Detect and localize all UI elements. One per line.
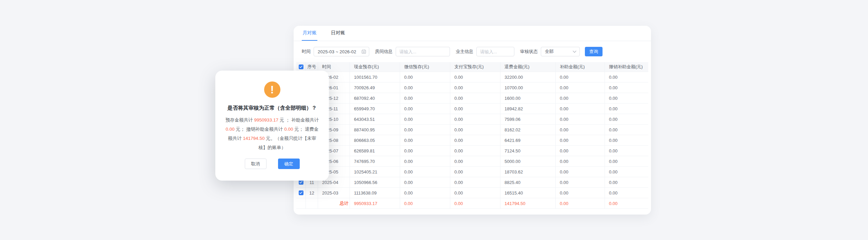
header-wechat: 微信预存(元) [400,62,450,72]
cell-subsidy: 0.00 [556,167,605,177]
cancel-button[interactable]: 取消 [245,159,267,169]
table-row: 11 2025-04 1050966.56 0.00 0.00 8825.40 … [296,177,648,188]
tab-daily-label: 日对账 [331,30,345,36]
table-row: 9 2025-06 747695.70 0.00 0.00 5000.00 0.… [296,156,648,167]
cell-subsidy: 0.00 [556,177,605,187]
tab-monthly-reconciliation[interactable]: 月对账 [302,26,317,41]
page-background: { "colors": { "primary": "#3d8bf7", "dan… [0,0,868,240]
tab-daily-reconciliation[interactable]: 日对账 [330,26,346,41]
total-cash: 9950933.17 [350,198,400,208]
row-checkbox[interactable] [299,180,303,185]
cell-cancel-subsidy: 0.00 [605,125,648,135]
cell-cash: 806663.05 [350,135,400,145]
confirm-button[interactable]: 确定 [278,159,300,169]
header-subsidy: 补助金额(元) [556,62,605,72]
dialog-amount-value: 9950933.17 [254,117,278,123]
cell-wechat: 0.00 [400,82,450,93]
cell-subsidy: 0.00 [556,135,605,145]
cell-subsidy: 0.00 [556,114,605,124]
owner-info-label: 业主信息 [456,49,473,55]
cell-alipay: 0.00 [450,167,500,177]
total-refund: 141794.50 [500,198,556,208]
cell-refund: 5000.00 [500,156,556,166]
tab-bar: 月对账 日对账 [294,26,651,41]
cell-wechat: 0.00 [400,146,450,156]
cell-cancel-subsidy: 0.00 [605,104,648,114]
audit-status-value: 全部 [545,49,554,55]
cell-wechat: 0.00 [400,104,450,114]
cell-cancel-subsidy: 0.00 [605,135,648,145]
cell-wechat: 0.00 [400,93,450,103]
tab-monthly-label: 月对账 [302,30,317,36]
row-checkbox[interactable] [299,190,303,195]
cell-wechat: 0.00 [400,156,450,166]
cell-cash: 659949.70 [350,104,400,114]
cell-cancel-subsidy: 0.00 [605,188,648,198]
total-label: 总计 [318,198,350,208]
cell-time: 2025-03 [318,188,350,198]
exclamation-warning-icon: ! [264,81,280,98]
header-refund: 退费金额(元) [500,62,556,72]
dialog-buttons: 取消 确定 [245,159,300,169]
dialog-message: 预存金额共计 9950933.17 元 ； 补助金额共计 0.00 元； 撤销补… [215,115,329,152]
cell-cancel-subsidy: 0.00 [605,167,648,177]
dialog-amount-value: 0.00 [226,127,235,132]
cell-wechat: 0.00 [400,167,450,177]
cell-refund: 6421.69 [500,135,556,145]
time-filter-label: 时间 [302,49,311,55]
cell-subsidy: 0.00 [556,93,605,103]
audit-status-select[interactable]: 全部 [541,47,580,56]
cell-cancel-subsidy: 0.00 [605,146,648,156]
cell-refund: 18942.82 [500,104,556,114]
date-range-picker[interactable]: 2025-03 ~ 2026-02 [314,47,369,56]
check-icon [299,191,302,194]
dialog-message-text: 元 ； 补助金额共计 [278,117,319,123]
cell-cash: 1025405.21 [350,167,400,177]
cell-cash: 626589.81 [350,146,400,156]
confirm-audit-dialog: ! 是否将其审核为正常（含全部明细）？ 预存金额共计 9950933.17 元 … [215,71,329,181]
cell-cash: 643043.51 [350,114,400,124]
dialog-amount-value: 141794.50 [243,136,265,141]
audit-status-label: 审核状态 [520,49,538,55]
cell-alipay: 0.00 [450,146,500,156]
cell-refund: 7599.06 [500,114,556,124]
cell-cash: 747695.70 [350,156,400,166]
cell-alipay: 0.00 [450,82,500,93]
cell-cancel-subsidy: 0.00 [605,156,648,166]
cell-subsidy: 0.00 [556,72,605,82]
cell-alipay: 0.00 [450,177,500,187]
room-info-input[interactable] [396,47,450,56]
table-row: 4 2025-11 659949.70 0.00 0.00 18942.82 0… [296,104,648,114]
owner-info-input[interactable] [476,47,514,56]
cell-refund: 32200.00 [500,72,556,82]
select-all-checkbox[interactable] [299,64,303,69]
search-button[interactable]: 查询 [585,47,603,56]
cell-refund: 18703.62 [500,167,556,177]
reconciliation-panel: 月对账 日对账 时间 2025-03 ~ 2026-02 房间信息 业主信息 审… [294,26,651,215]
cell-cash: 1001561.70 [350,72,400,82]
date-range-value: 2025-03 ~ 2026-02 [318,49,356,54]
table-header-row: 序号 时间 现金预存(元) 微信预存(元) 支付宝预存(元) 退费金额(元) 补… [296,62,648,72]
cell-refund: 7124.50 [500,146,556,156]
cell-refund: 16515.40 [500,188,556,198]
cell-alipay: 0.00 [450,104,500,114]
total-alipay: 0.00 [450,198,500,208]
dialog-amount-value: 0.00 [284,127,293,132]
total-wechat: 0.00 [400,198,450,208]
table-row: 3 2025-12 687092.40 0.00 0.00 1600.00 0.… [296,93,648,104]
cell-cancel-subsidy: 0.00 [605,177,648,187]
chevron-down-icon [573,51,576,53]
dialog-message-text: 元； 撤销补助金额共计 [235,127,284,132]
header-cash: 现金预存(元) [350,62,400,72]
header-time: 时间 [318,62,350,72]
table-total-row: 总计 9950933.17 0.00 0.00 141794.50 0.00 0… [296,198,648,209]
cell-cash: 1050966.56 [350,177,400,187]
cell-subsidy: 0.00 [556,104,605,114]
header-alipay: 支付宝预存(元) [450,62,500,72]
check-icon [299,66,302,68]
table-row: 5 2025-10 643043.51 0.00 0.00 7599.06 0.… [296,114,648,125]
cell-wechat: 0.00 [400,135,450,145]
cell-alipay: 0.00 [450,156,500,166]
cell-subsidy: 0.00 [556,188,605,198]
cell-seq: 12 [306,188,318,198]
